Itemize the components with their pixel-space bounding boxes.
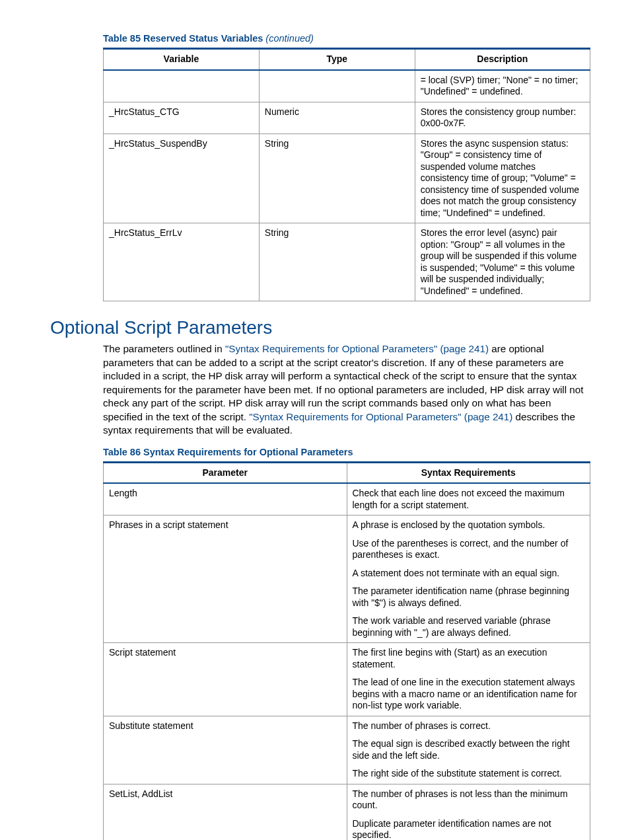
col-header-parameter: Parameter bbox=[104, 462, 347, 483]
cell-syntax-req: The number of phrases is not less than t… bbox=[347, 784, 590, 840]
cell-description: Stores the error level (async) pair opti… bbox=[415, 223, 590, 301]
para-text: The parameters outlined in bbox=[103, 343, 225, 354]
table86-caption: Table 86 Syntax Requirements for Optiona… bbox=[103, 447, 590, 457]
cell-description: Stores the async suspension status: "Gro… bbox=[415, 134, 590, 223]
cell-type: String bbox=[259, 134, 415, 223]
table-row: _HrcStatus_CTG Numeric Stores the consis… bbox=[104, 102, 590, 134]
cell-type bbox=[259, 70, 415, 102]
cell-variable: _HrcStatus_SuspendBy bbox=[104, 134, 260, 223]
table85-caption-text: Table 85 Reserved Status Variables bbox=[103, 33, 265, 44]
table-header-row: Parameter Syntax Requirements bbox=[104, 462, 590, 483]
table-row: _HrcStatus_ErrLv String Stores the error… bbox=[104, 223, 590, 301]
cell-variable: _HrcStatus_CTG bbox=[104, 102, 260, 134]
link-syntax-requirements-1[interactable]: "Syntax Requirements for Optional Parame… bbox=[225, 343, 489, 354]
cell-description: = local (SVP) timer; "None" = no timer; … bbox=[415, 70, 590, 102]
cell-description: Stores the consistency group number: 0x0… bbox=[415, 102, 590, 134]
cell-type: Numeric bbox=[259, 102, 415, 134]
col-header-syntax-req: Syntax Requirements bbox=[347, 462, 590, 483]
table-row: Substitute statement The number of phras… bbox=[104, 716, 590, 784]
col-header-description: Description bbox=[415, 49, 590, 70]
cell-parameter: Length bbox=[104, 483, 347, 515]
cell-variable bbox=[104, 70, 260, 102]
table-row: SetList, AddList The number of phrases i… bbox=[104, 784, 590, 840]
section-paragraph: The parameters outlined in "Syntax Requi… bbox=[103, 342, 590, 438]
cell-type: String bbox=[259, 223, 415, 301]
cell-syntax-req: The number of phrases is correct. The eq… bbox=[347, 716, 590, 784]
cell-syntax-req: The first line begins with (Start) as an… bbox=[347, 643, 590, 716]
table-row: Length Check that each line does not exc… bbox=[104, 483, 590, 515]
col-header-type: Type bbox=[259, 49, 415, 70]
table-86: Parameter Syntax Requirements Length Che… bbox=[103, 461, 590, 840]
table-row: _HrcStatus_SuspendBy String Stores the a… bbox=[104, 134, 590, 223]
table85-caption: Table 85 Reserved Status Variables (cont… bbox=[103, 33, 590, 44]
cell-syntax-req: A phrase is enclosed by the quotation sy… bbox=[347, 515, 590, 643]
table-85: Variable Type Description = local (SVP) … bbox=[103, 48, 590, 301]
cell-parameter: Substitute statement bbox=[104, 716, 347, 784]
col-header-variable: Variable bbox=[104, 49, 260, 70]
cell-variable: _HrcStatus_ErrLv bbox=[104, 223, 260, 301]
table-header-row: Variable Type Description bbox=[104, 49, 590, 70]
cell-parameter: Script statement bbox=[104, 643, 347, 716]
table-row: = local (SVP) timer; "None" = no timer; … bbox=[104, 70, 590, 102]
cell-syntax-req: Check that each line does not exceed the… bbox=[347, 483, 590, 515]
section-heading: Optional Script Parameters bbox=[50, 317, 590, 338]
link-syntax-requirements-2[interactable]: "Syntax Requirements for Optional Parame… bbox=[249, 411, 512, 422]
table85-caption-continued: (continued) bbox=[265, 33, 314, 44]
table-row: Script statement The first line begins w… bbox=[104, 643, 590, 716]
table-row: Phrases in a script statement A phrase i… bbox=[104, 515, 590, 643]
cell-parameter: Phrases in a script statement bbox=[104, 515, 347, 643]
cell-parameter: SetList, AddList bbox=[104, 784, 347, 840]
